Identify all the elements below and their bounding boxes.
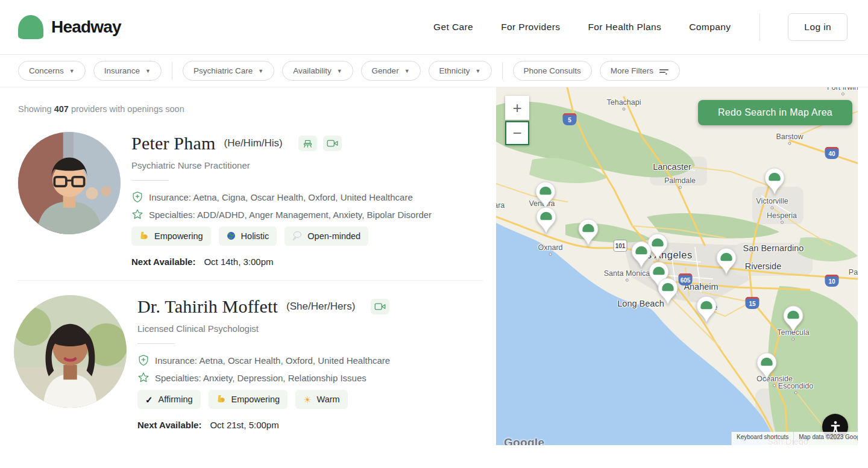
specialties-row: Specialties: ADD/ADHD, Anger Management,…: [131, 208, 432, 220]
map-provider-pin[interactable]: [716, 248, 737, 275]
map-provider-pin[interactable]: [658, 278, 678, 305]
video-session-icon: [371, 299, 389, 314]
divider: [137, 343, 175, 344]
next-available: Next Available:Oct 14th, 3:00pm: [131, 257, 432, 267]
chevron-down-icon: ▼: [258, 68, 263, 74]
provider-pronouns: (She/Her/Hers): [286, 301, 355, 313]
specialties-star-icon: [131, 208, 143, 220]
top-nav: Headway Get CareFor ProvidersFor Health …: [0, 0, 868, 55]
filter-availability[interactable]: Availability▼: [282, 61, 353, 81]
map-provider-pin[interactable]: [783, 305, 804, 333]
map-provider-pin[interactable]: [756, 352, 777, 380]
specialties-row: Specialties: Anxiety, Depression, Relati…: [137, 372, 390, 384]
trait-badge-empowering: Empowering: [209, 390, 288, 409]
chevron-down-icon: ▼: [337, 68, 342, 74]
map-provider-pin[interactable]: [578, 219, 599, 246]
headway-logo-icon: [18, 15, 43, 39]
provider-title: Psychiatric Nurse Practitioner: [131, 160, 432, 170]
map-city-label: Fort Irwin: [827, 87, 858, 96]
map-provider-pin[interactable]: [764, 167, 785, 195]
map-city-label: Escondido: [778, 382, 813, 395]
video-session-icon: [323, 136, 342, 151]
nav-link-for-health-plans[interactable]: For Health Plans: [588, 22, 661, 33]
filter-bar: Concerns▼Insurance▼ Psychiatric Care▼Ava…: [0, 55, 868, 87]
map-provider-pin[interactable]: [535, 181, 556, 209]
map-city-label: Santa Barbara: [496, 201, 505, 210]
trait-badge-warm: ☀Warm: [295, 390, 348, 409]
trait-badge-open-minded: Open-minded: [285, 226, 368, 246]
results-summary: Showing 407 providers with openings soon: [18, 104, 483, 114]
filter-divider: [172, 62, 172, 80]
provider-name: Peter Pham: [131, 133, 215, 154]
chevron-down-icon: ▼: [404, 68, 410, 74]
filter-divider: [502, 62, 503, 80]
results-count: 407: [54, 104, 69, 114]
nav-link-for-providers[interactable]: For Providers: [501, 22, 560, 33]
trait-badge-holistic: Holistic: [219, 226, 277, 246]
zoom-in-button[interactable]: +: [505, 96, 529, 120]
filter-psychiatric-care[interactable]: Psychiatric Care▼: [183, 61, 274, 81]
provider-name: Dr. Tahirih Moffett: [137, 296, 278, 317]
redo-search-button[interactable]: Redo Search in Map Area: [698, 100, 852, 125]
zoom-out-button[interactable]: −: [505, 121, 529, 145]
map-city-label: Hesperia: [767, 211, 797, 224]
map-city-label: Tehachapi: [607, 98, 641, 111]
map-attribution: Keyboard shortcutsMap data ©2023 Google,…: [731, 432, 858, 445]
provider-results-panel: Showing 407 providers with openings soon…: [0, 87, 496, 468]
filter-insurance[interactable]: Insurance▼: [93, 61, 162, 81]
brand[interactable]: Headway: [18, 15, 121, 39]
map-provider-pin[interactable]: [536, 207, 556, 234]
insurance-row: Insurance: Aetna, Oscar Health, Oxford, …: [137, 354, 390, 366]
next-available: Next Available:Oct 21st, 5:00pm: [137, 420, 390, 430]
provider-pronouns: (He/Him/His): [224, 137, 282, 149]
nav-link-company[interactable]: Company: [689, 22, 731, 33]
map-attribution-item[interactable]: Map data ©2023 Google, INEGI: [793, 432, 858, 445]
chevron-down-icon: ▼: [476, 68, 481, 74]
map-city-label: Riverside: [745, 261, 781, 271]
highway-shield-5: 5: [563, 113, 577, 125]
map-provider-pin[interactable]: [696, 296, 717, 323]
highway-shield-10: 10: [825, 275, 839, 287]
filter-gender[interactable]: Gender▼: [361, 61, 421, 81]
map-city-label: Victorville: [756, 197, 788, 210]
insurance-shield-icon: [131, 191, 143, 203]
specialties-star-icon: [137, 372, 149, 384]
map-attribution-item[interactable]: Keyboard shortcuts: [731, 432, 793, 445]
google-logo: Google: [504, 436, 544, 445]
highway-shield-101: 101: [614, 240, 627, 252]
filter-more-filters[interactable]: More Filters: [600, 61, 680, 81]
provider-card[interactable]: Dr. Tahirih Moffett (She/Her/Hers) Licen…: [18, 280, 483, 443]
trait-badge-affirming: ✓Affirming: [137, 390, 201, 409]
nav-divider: [760, 13, 760, 41]
sun-emoji-icon: ☀: [303, 395, 311, 404]
sliders-icon: [659, 67, 669, 75]
globe-emoji-icon: [227, 231, 236, 242]
map-panel[interactable]: Fort IrwinTehachapiBarstowLancasterPalmd…: [496, 87, 858, 445]
chevron-down-icon: ▼: [145, 68, 151, 74]
highway-shield-15: 15: [746, 297, 760, 309]
filter-ethnicity[interactable]: Ethnicity▼: [429, 61, 492, 81]
highway-shield-605: 605: [679, 273, 693, 285]
thought-emoji-icon: [292, 231, 302, 242]
chevron-down-icon: ▼: [69, 68, 75, 74]
nav-link-get-care[interactable]: Get Care: [433, 22, 473, 33]
divider: [131, 180, 169, 181]
trait-badge-empowering: Empowering: [131, 226, 211, 246]
avatar: [18, 132, 121, 234]
filter-phone-consults[interactable]: Phone Consults: [513, 61, 592, 81]
in-person-chair-icon: [298, 136, 317, 151]
flex-emoji-icon: [216, 394, 226, 405]
filter-concerns[interactable]: Concerns▼: [18, 61, 86, 81]
map-city-label: Palmdale: [664, 176, 696, 189]
highway-shield-40: 40: [825, 147, 839, 159]
map-city-label: Palm Springs: [849, 268, 858, 276]
check-emoji-icon: ✓: [145, 395, 153, 404]
map-city-label: Oxnard: [538, 243, 563, 256]
brand-wordmark: Headway: [51, 17, 121, 37]
login-button[interactable]: Log in: [788, 13, 848, 41]
map-city-label: Lancaster: [653, 162, 691, 172]
map-city-label: San Bernardino: [743, 243, 804, 253]
avatar: [14, 295, 127, 408]
provider-title: Licensed Clinical Psychologist: [137, 323, 390, 334]
provider-card[interactable]: Peter Pham (He/Him/His): [18, 128, 483, 280]
